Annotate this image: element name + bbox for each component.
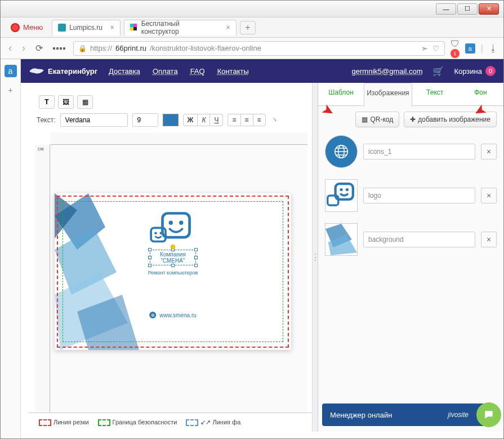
nav-faq-link[interactable]: FAQ: [189, 66, 206, 77]
cart-count-badge: 0: [485, 66, 496, 76]
legend-fold: ↙↗ Линия фа: [186, 419, 240, 426]
reload-button[interactable]: ⟳: [33, 41, 45, 56]
delete-image-button[interactable]: ×: [481, 144, 497, 159]
qr-code-button[interactable]: ▦ QR-код: [355, 112, 399, 127]
tab-title: Lumpics.ru: [69, 24, 102, 32]
image-thumbnail[interactable]: [325, 135, 358, 168]
map-icon: [29, 66, 44, 76]
translate-icon[interactable]: a: [465, 43, 475, 54]
add-image-button[interactable]: ✚ добавить изображение: [404, 112, 497, 127]
browser-menu-label: Меню: [23, 23, 43, 32]
url-path: /konstruktor-listovok-flaerov-online: [150, 44, 261, 52]
svg-point-18: [346, 188, 349, 191]
legend-cut: Линия резки: [39, 419, 89, 426]
adblock-icon[interactable]: 🛡1: [451, 39, 460, 58]
send-icon[interactable]: ➣: [421, 44, 428, 53]
clear-format-button[interactable]: ヽ: [270, 115, 278, 125]
text-toolbar-label: Текст:: [37, 116, 56, 124]
close-tab-button[interactable]: ×: [226, 24, 230, 32]
browser-addressbar: ‹ › ⟳ 🔒 https://66print.ru/konstruktor-l…: [1, 38, 503, 59]
download-icon[interactable]: ⭳: [489, 43, 498, 54]
browser-tab[interactable]: Lumpics.ru ×: [52, 20, 121, 36]
font-size-input[interactable]: [132, 113, 158, 127]
url-scheme: https://: [90, 44, 112, 52]
font-color-swatch[interactable]: [163, 114, 179, 126]
chat-widget[interactable]: Менеджер онлайн jivosite: [322, 403, 491, 426]
logo-thumb-icon: [327, 181, 356, 210]
selected-text-element[interactable]: Компания"СМЕНА": [150, 250, 196, 265]
image-name-field[interactable]: background: [363, 232, 475, 247]
insert-text-button[interactable]: T: [39, 95, 55, 109]
cart-link[interactable]: Корзина 0: [454, 66, 496, 76]
ruler-vertical: см: [35, 145, 50, 413]
ruler-horizontal: [50, 132, 307, 145]
font-family-input[interactable]: [60, 113, 128, 127]
address-field[interactable]: 🔒 https://66print.ru/konstruktor-listovo…: [73, 41, 445, 56]
nav-forward-button[interactable]: ›: [20, 40, 28, 56]
chat-brand: jivosite: [448, 411, 469, 419]
lock-icon: 🔒: [78, 45, 87, 52]
image-thumbnail[interactable]: [325, 179, 358, 212]
city-selector[interactable]: Екатеринбург: [29, 66, 97, 76]
delete-image-button[interactable]: ×: [481, 232, 497, 247]
image-thumbnail[interactable]: [325, 223, 358, 256]
cart-icon[interactable]: 🛒: [432, 66, 444, 77]
speeddial-button[interactable]: [51, 45, 68, 52]
close-tab-button[interactable]: ×: [110, 24, 114, 32]
text-toolbar: Текст: Ж К Ч ≡ ≡ ≡ ヽ: [37, 113, 306, 127]
browser-sidebar: a +: [1, 59, 21, 438]
window-minimize-button[interactable]: —: [436, 3, 456, 15]
panel-resize-handle[interactable]: ⋮: [312, 83, 318, 432]
insert-qr-button[interactable]: ▦: [77, 95, 93, 109]
text-style-group: Ж К Ч: [183, 114, 224, 126]
svg-point-7: [179, 221, 183, 225]
opera-logo-icon: [11, 23, 20, 32]
insert-image-button[interactable]: 🖼: [58, 95, 74, 109]
ruler-workspace: см: [35, 132, 307, 413]
delete-image-button[interactable]: ×: [481, 188, 497, 203]
tab-template[interactable]: Шаблон: [318, 83, 364, 105]
new-tab-button[interactable]: +: [240, 21, 256, 34]
chat-bubble-icon[interactable]: [476, 402, 501, 427]
nav-delivery-link[interactable]: Доставка: [108, 66, 141, 77]
window-maximize-button[interactable]: ☐: [457, 3, 478, 15]
nav-payment-link[interactable]: Оплата: [151, 66, 179, 77]
italic-button[interactable]: К: [198, 114, 210, 126]
image-list-item: background ×: [325, 220, 497, 259]
underline-button[interactable]: Ч: [210, 114, 222, 126]
account-email-link[interactable]: germnik5@gmail.com: [352, 67, 423, 76]
align-left-button[interactable]: ≡: [228, 114, 240, 126]
browser-tabbar: Меню Lumpics.ru × Бесплатный конструктор…: [1, 17, 503, 38]
url-host: 66print.ru: [115, 44, 146, 52]
insert-toolbar: T 🖼 ▦: [39, 95, 306, 109]
browser-menu-button[interactable]: Меню: [5, 21, 48, 34]
bold-button[interactable]: Ж: [184, 114, 198, 126]
flyer-subtitle[interactable]: Ремонт компьютеров: [148, 270, 198, 276]
svg-point-6: [169, 221, 173, 225]
favicon-icon: [58, 24, 66, 32]
heart-icon[interactable]: ♡: [432, 44, 440, 53]
right-panel: Шаблон Изображения Текст Фон ▦ QR-код ✚ …: [318, 83, 503, 432]
tab-images[interactable]: Изображения: [364, 83, 412, 106]
browser-tab[interactable]: Бесплатный конструктор ×: [124, 20, 237, 36]
flyer-url[interactable]: ⊕ www.smena.ru: [149, 312, 197, 318]
window-close-button[interactable]: ✕: [479, 3, 499, 15]
nav-back-button[interactable]: ‹: [6, 40, 14, 56]
canvas-viewport[interactable]: Компания"СМЕНА" Ремонт компьютеров ⊕ www…: [50, 145, 307, 413]
guides-legend: Линия резки Граница безопасности ↙↗ Лини…: [29, 413, 312, 432]
globe-icon: ⊕: [149, 312, 156, 318]
tab-background[interactable]: Фон: [458, 83, 503, 105]
align-right-button[interactable]: ≡: [253, 114, 265, 126]
sidebar-translate-button[interactable]: a: [5, 65, 17, 77]
tab-title: Бесплатный конструктор: [141, 20, 218, 36]
align-center-button[interactable]: ≡: [241, 114, 253, 126]
nav-contacts-link[interactable]: Контакты: [216, 66, 250, 77]
image-name-field[interactable]: logo: [363, 188, 475, 203]
sidebar-add-button[interactable]: +: [5, 84, 17, 96]
image-name-field[interactable]: icons_1: [363, 144, 475, 159]
text-align-group: ≡ ≡ ≡: [228, 114, 265, 126]
flyer-canvas[interactable]: Компания"СМЕНА" Ремонт компьютеров ⊕ www…: [55, 193, 291, 350]
background-thumb-icon: [325, 223, 357, 256]
editor-canvas-area: T 🖼 ▦ Текст: Ж К Ч ≡ ≡ ≡ ヽ см: [21, 83, 312, 432]
tab-text[interactable]: Текст: [412, 83, 458, 105]
